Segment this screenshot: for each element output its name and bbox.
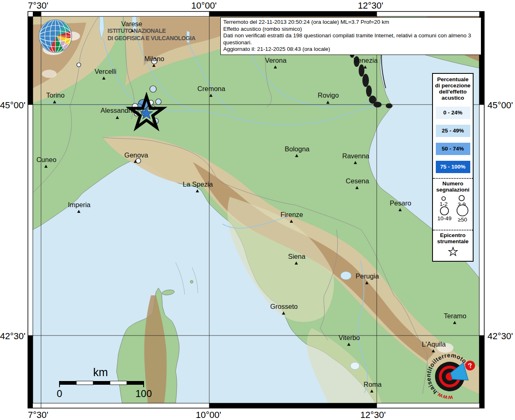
lake-bolsena [350, 362, 359, 370]
city-label: Imperia [68, 201, 91, 208]
city-label: Cuneo [37, 156, 57, 163]
star-icon [449, 247, 457, 256]
city-label: Siena [288, 253, 306, 260]
city-label: Roma [364, 381, 382, 388]
city-label: Genova [124, 151, 149, 159]
city-label: Grosseto [270, 303, 298, 310]
scalebar-start: 0 [51, 388, 68, 399]
signal-circle [442, 197, 446, 201]
legend-signals-section: Numero segnalazioni 1-23-910-49≥50 [433, 178, 473, 225]
legend-swatch: 25 - 49% [436, 125, 470, 137]
ingv-name-line1: ISTITUTO NAZIONALE [108, 27, 231, 34]
signals-title: Numero segnalazioni [433, 180, 473, 193]
epicenter-title: Epicentro strumentale [433, 232, 473, 244]
signal-circle [457, 205, 468, 216]
signal-label: ≥50 [458, 217, 467, 223]
city-label: Alessandria [101, 107, 136, 114]
legend-swatches: 0 - 24%25 - 49%50 - 74%75 - 100% [433, 107, 473, 173]
legend-swatch: 75 - 100% [436, 161, 470, 173]
city-label: La Spezia [183, 180, 213, 188]
city-label: Cesena [346, 177, 370, 185]
city-label: Varese [121, 20, 142, 27]
city-label: Pesaro [390, 199, 411, 207]
event-info-line2: Effetto acustico (rombo sismico) [223, 26, 478, 33]
city-label: Teramo [444, 312, 466, 320]
city-label: Viterbo [339, 334, 360, 341]
observation-circle [77, 63, 81, 67]
signal-circle [440, 207, 449, 215]
ingv-name-line2: DI GEOFISICA E VULCANOLOGIA [108, 34, 231, 42]
legend-epicenter-section: Epicentro strumentale [433, 230, 473, 258]
ingv-logo-globe [37, 18, 74, 55]
signal-label: 10-49 [437, 215, 452, 221]
city-label: Verona [265, 57, 287, 64]
snow-patch [42, 70, 57, 78]
signal-circle [459, 196, 465, 201]
signal-label: 1-2 [439, 201, 448, 207]
legend-title: Percentuale di percezione dell'effetto a… [433, 74, 473, 101]
earthquake-map-page: 7°30' 10°00' 12°30' 7°30' 10°00' 12°30' … [0, 0, 515, 420]
lake-trasimeno [341, 272, 351, 280]
haisentitoilterremoto-logo: www.haisentitoilterremoto.it ? [414, 344, 492, 415]
legend-swatch: 0 - 24% [436, 107, 470, 119]
city-label: Venezia [354, 57, 378, 64]
city-label: Milano [144, 55, 165, 62]
event-info-line3: Dati non verificati estratti da 198 ques… [223, 32, 478, 46]
city-label: Perugia [356, 272, 380, 280]
capraia-island [190, 281, 193, 283]
city-label: Bologna [285, 145, 310, 153]
event-info-box: Terremoto del 22-11-2013 20:50:24 (ora l… [220, 17, 481, 55]
city-label: Cremona [197, 85, 226, 92]
ingv-logo-text: ISTITUTO NAZIONALE DI GEOFISICA E VULCAN… [108, 27, 231, 42]
event-info-line4: Aggiornato il: 21-12-2025 08:43 (ora loc… [223, 46, 478, 53]
signals-symbols: 1-23-910-49≥50 [433, 194, 473, 225]
legend-box: Percentuale di percezione dell'effetto a… [432, 73, 474, 262]
observation-circle [150, 86, 156, 92]
event-info-line1: Terremoto del 22-11-2013 20:50:24 (ora l… [223, 19, 478, 26]
city-label: Rovigo [318, 91, 339, 99]
city-label: Firenze [280, 211, 303, 218]
scalebar-end: 100 [131, 388, 156, 399]
city-label: Torino [46, 91, 65, 99]
scalebar-unit: km [80, 366, 121, 379]
city-label: Ravenna [342, 152, 370, 160]
legend-swatch: 50 - 74% [436, 143, 470, 155]
map-terrain: VareseMilanoVeronaVeneziaVercelliCremona… [33, 16, 479, 403]
observation-circle [156, 99, 161, 105]
city-label: Vercelli [94, 68, 116, 75]
epicenter-symbol [447, 246, 459, 258]
